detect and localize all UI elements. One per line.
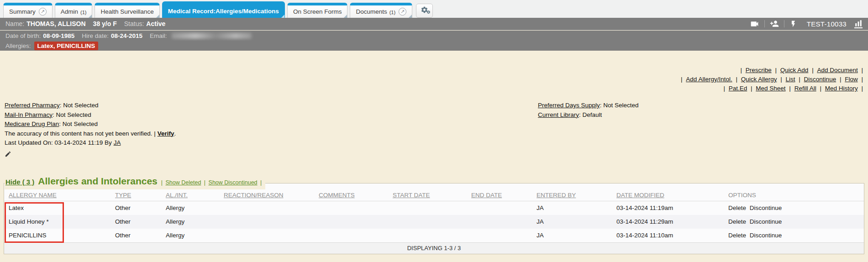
bar-chart-icon[interactable] [854,20,863,28]
start-date-cell [388,201,467,215]
add-person-icon[interactable] [770,19,779,28]
table-row: Latex Other Allergy JA 03-14-2024 11:19a… [4,201,864,215]
separator: | [799,76,800,83]
entered-by-cell: JA [532,215,612,229]
pat-ed-link[interactable]: Pat.Ed [729,85,747,92]
tab-label: Documents [356,8,387,15]
add-document-link[interactable]: Add Document [817,67,857,73]
tab-health-surveillance[interactable]: Health Surveillance [95,3,159,18]
date-modified-cell: 03-14-2024 11:10am [612,229,724,242]
open-shortcut-icon[interactable]: ↗ [39,8,47,16]
hide-section-link[interactable]: Hide ( 3 ) [5,178,34,186]
verify-link[interactable]: Verify [158,130,174,137]
patient-details-row: Date of birth: 08-09-1985 Hire date: 08-… [0,31,868,41]
tab-on-screen-forms[interactable]: On Screen Forms [287,3,348,18]
quick-allergy-link[interactable]: Quick Allergy [741,76,777,83]
current-library-link[interactable]: Current Library [538,111,579,118]
add-allergy-intol-link[interactable]: Add Allergy/Intol. [686,76,732,83]
preferred-days-supply-link[interactable]: Preferred Days Supply [538,102,600,109]
lightning-bolt-icon[interactable] [789,20,797,28]
separator: | [780,76,782,83]
patient-name: THOMAS, ALLISON [26,20,85,27]
medicare-drug-plan-value: : Not Selected [59,121,98,127]
col-start-date[interactable]: START DATE [388,183,467,201]
comments-cell [314,215,388,229]
patient-allergies-row: Allergies: Latex, PENICILLINS [0,41,868,51]
comments-cell [314,201,388,215]
col-entered-by[interactable]: ENTERED BY [532,183,612,201]
tab-summary[interactable]: Summary ↗ [3,3,53,18]
quick-add-link[interactable]: Quick Add [780,67,809,73]
show-discontinued-link[interactable]: Show Discontinued [209,179,258,186]
patient-id: TEST-10033 [807,20,847,28]
mail-in-pharmacy-value: : Not Selected [53,111,91,118]
separator: | [861,67,863,73]
separator: | [861,76,863,83]
table-paging-footer: DISPLAYING 1-3 / 3 [4,242,864,254]
mail-in-pharmacy-link[interactable]: Mail-In Pharmacy [5,111,53,118]
last-updated-line: Last Updated On: 03-14-2024 11:19 ByJA [5,138,176,148]
prescribe-link[interactable]: Prescribe [746,67,772,73]
refill-all-link[interactable]: Refill All [794,85,816,92]
tab-label: Health Surveillance [100,8,153,15]
show-deleted-link[interactable]: Show Deleted [166,179,201,186]
updated-by-link[interactable]: JA [114,139,121,146]
med-sheet-link[interactable]: Med Sheet [756,85,785,92]
delete-link[interactable]: Delete [728,204,746,211]
separator: | [681,76,683,83]
email-label: Email: [150,32,167,39]
al-int-cell: Allergy [161,201,219,215]
discontinue-link[interactable]: Discontinue [750,218,782,225]
col-date-modified[interactable]: DATE MODIFIED [612,183,724,201]
separator: | [812,67,814,73]
separator: | [820,85,821,92]
allergy-name-cell: Latex [4,201,110,215]
edit-pencil-icon[interactable] [5,151,176,161]
start-date-cell [388,215,467,229]
mail-in-pharmacy-line: Mail-In Pharmacy: Not Selected [5,110,176,120]
accuracy-line: The accuracy of this content has not yet… [5,129,176,139]
preferred-days-supply-line: Preferred Days Supply: Not Selected [538,101,639,110]
current-library-line: Current Library: Default [538,110,639,120]
tab-count-badge: (1) [389,10,395,15]
action-links-row-3: | Pat.Ed | Med Sheet | Refill All | Med … [680,84,863,93]
preferred-pharmacy-line: Preferred Pharmacy: Not Selected [5,101,176,110]
video-camera-icon[interactable] [750,19,759,29]
discontinue-link[interactable]: Discontinue [750,204,782,211]
open-shortcut-icon[interactable]: ↗ [399,8,406,16]
delete-link[interactable]: Delete [728,232,746,239]
type-cell: Other [110,229,161,242]
separator: | [723,85,725,92]
table-row: PENICILLINS Other Allergy JA 03-14-2024 … [4,229,864,242]
patient-age-sex: 38 y/o F [93,20,117,27]
allergies-label: Allergies: [5,42,31,49]
allergies-section-header: Hide ( 3 ) Allergies and Intolerances | … [5,176,265,189]
tab-medical-record-allergies-medications[interactable]: Medical Record:Allergies/Medications [162,1,285,18]
gear-small-icon [426,8,431,16]
col-end-date[interactable]: END DATE [467,183,532,201]
discontinue-link[interactable]: Discontinue [804,76,836,83]
settings-button[interactable] [416,4,433,18]
type-cell: Other [110,215,161,229]
entered-by-cell: JA [532,229,612,242]
discontinue-link[interactable]: Discontinue [750,232,782,239]
preferred-pharmacy-link[interactable]: Preferred Pharmacy [5,102,60,109]
separator: | [736,76,737,83]
allergy-name-cell: PENICILLINS [4,229,110,242]
list-link[interactable]: List [786,76,795,83]
medicare-drug-plan-link[interactable]: Medicare Drug Plan [5,121,59,127]
options-cell: Delete Discontinue [724,215,864,229]
options-cell: Delete Discontinue [724,201,864,215]
delete-link[interactable]: Delete [728,218,746,225]
separator: | [161,179,163,186]
reaction-cell [219,215,314,229]
med-history-link[interactable]: Med History [825,85,858,92]
separator: | [751,85,752,92]
preferred-days-supply-value: : Not Selected [600,102,639,109]
col-options: OPTIONS [724,183,864,201]
tab-documents[interactable]: Documents (1) ↗ [350,3,412,18]
tab-admin[interactable]: Admin (1) [55,3,93,18]
flow-link[interactable]: Flow [845,76,858,83]
action-links: | Prescribe | Quick Add | Add Document |… [680,66,863,93]
col-comments[interactable]: COMMENTS [314,183,388,201]
